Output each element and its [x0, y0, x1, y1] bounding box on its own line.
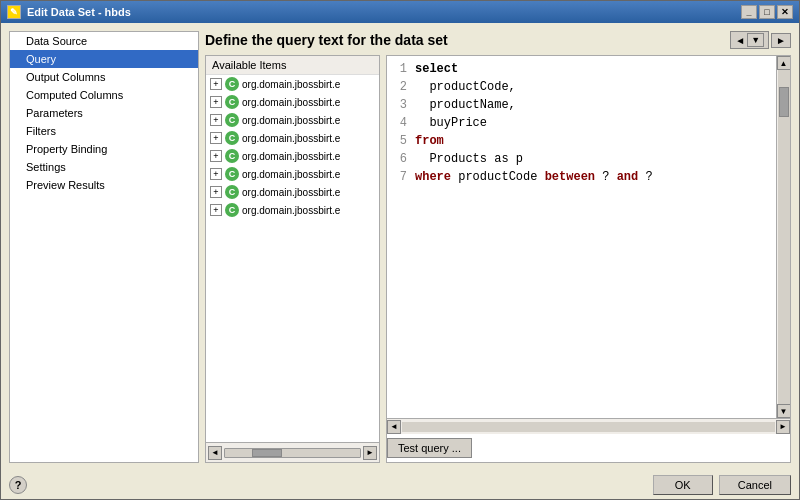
test-query-button[interactable]: Test query ... — [387, 438, 472, 458]
sidebar-item-computed-columns[interactable]: Computed Columns — [10, 86, 198, 104]
line-content: where productCode between ? and ? — [415, 168, 772, 186]
sidebar-item-datasource[interactable]: Data Source — [10, 32, 198, 50]
panel-title: Define the query text for the data set — [205, 32, 448, 48]
scroll-down-button[interactable]: ▼ — [777, 404, 791, 418]
v-scroll-thumb — [779, 87, 789, 117]
tree-item[interactable]: + C org.domain.jbossbirt.e — [206, 183, 379, 201]
tree-item[interactable]: + C org.domain.jbossbirt.e — [206, 75, 379, 93]
nav-back-icon: ◄ — [735, 35, 745, 46]
item-icon: C — [225, 131, 239, 145]
tree-item[interactable]: + C org.domain.jbossbirt.e — [206, 147, 379, 165]
tree-item[interactable]: + C org.domain.jbossbirt.e — [206, 93, 379, 111]
sidebar-item-property-binding[interactable]: Property Binding — [10, 140, 198, 158]
available-items-list[interactable]: + C org.domain.jbossbirt.e + C org.domai… — [206, 75, 379, 442]
query-line-5: 5 from — [391, 132, 772, 150]
close-button[interactable]: ✕ — [777, 5, 793, 19]
help-button[interactable]: ? — [9, 476, 27, 494]
keyword-and: and — [617, 170, 639, 184]
query-line-7: 7 where productCode between ? and ? — [391, 168, 772, 186]
scroll-left-button[interactable]: ◄ — [208, 446, 222, 460]
expand-icon[interactable]: + — [210, 150, 222, 162]
item-label: org.domain.jbossbirt.e — [242, 187, 375, 198]
h-scroll-right-button[interactable]: ► — [776, 420, 790, 434]
line-number: 5 — [391, 132, 407, 150]
query-editor[interactable]: 1 select 2 productCode, 3 productName, — [387, 56, 776, 418]
query-line-4: 4 buyPrice — [391, 114, 772, 132]
titlebar-controls: _ □ ✕ — [741, 5, 793, 19]
sidebar-item-output-columns[interactable]: Output Columns — [10, 68, 198, 86]
test-query-area: Test query ... — [387, 434, 790, 462]
tree-item[interactable]: + C org.domain.jbossbirt.e — [206, 165, 379, 183]
scroll-track[interactable] — [224, 448, 361, 458]
content-area: Available Items + C org.domain.jbossbirt… — [205, 55, 791, 463]
item-label: org.domain.jbossbirt.e — [242, 169, 375, 180]
nav-back-dropdown[interactable]: ▼ — [747, 33, 764, 47]
query-panel: 1 select 2 productCode, 3 productName, — [386, 55, 791, 463]
cancel-button[interactable]: Cancel — [719, 475, 791, 495]
nav-forward-icon: ► — [776, 35, 786, 46]
v-scroll-track[interactable] — [778, 70, 790, 404]
h-scroll-left-button[interactable]: ◄ — [387, 420, 401, 434]
horizontal-scrollbar: ◄ ► — [387, 418, 790, 434]
tree-item[interactable]: + C org.domain.jbossbirt.e — [206, 129, 379, 147]
query-line-2: 2 productCode, — [391, 78, 772, 96]
expand-icon[interactable]: + — [210, 96, 222, 108]
item-icon: C — [225, 167, 239, 181]
expand-icon[interactable]: + — [210, 186, 222, 198]
nav-back-button[interactable]: ◄ ▼ — [730, 31, 769, 49]
scroll-up-button[interactable]: ▲ — [777, 56, 791, 70]
nav-buttons: ◄ ▼ ► — [730, 31, 791, 49]
titlebar-left: ✎ Edit Data Set - hbds — [7, 5, 131, 19]
query-text-product-code: productCode — [458, 170, 544, 184]
available-items-header: Available Items — [206, 56, 379, 75]
query-content-wrapper: 1 select 2 productCode, 3 productName, — [387, 56, 790, 418]
query-line-1: 1 select — [391, 60, 772, 78]
item-icon: C — [225, 113, 239, 127]
item-label: org.domain.jbossbirt.e — [242, 133, 375, 144]
available-items-panel: Available Items + C org.domain.jbossbirt… — [205, 55, 380, 463]
expand-icon[interactable]: + — [210, 132, 222, 144]
line-content: from — [415, 132, 772, 150]
query-text-q2: ? — [645, 170, 652, 184]
expand-icon[interactable]: + — [210, 168, 222, 180]
item-icon: C — [225, 185, 239, 199]
tree-item[interactable]: + C org.domain.jbossbirt.e — [206, 201, 379, 219]
line-number: 1 — [391, 60, 407, 78]
scroll-right-button[interactable]: ► — [363, 446, 377, 460]
keyword-between: between — [545, 170, 595, 184]
item-icon: C — [225, 95, 239, 109]
nav-forward-button[interactable]: ► — [771, 33, 791, 48]
item-label: org.domain.jbossbirt.e — [242, 79, 375, 90]
sidebar-item-filters[interactable]: Filters — [10, 122, 198, 140]
line-number: 7 — [391, 168, 407, 186]
footer-buttons: OK Cancel — [653, 475, 791, 495]
main-content: Data Source Query Output Columns Compute… — [1, 23, 799, 471]
line-content: Products as p — [415, 150, 772, 168]
expand-icon[interactable]: + — [210, 114, 222, 126]
line-content: select — [415, 60, 772, 78]
query-line-3: 3 productName, — [391, 96, 772, 114]
tree-item[interactable]: + C org.domain.jbossbirt.e — [206, 111, 379, 129]
minimize-button[interactable]: _ — [741, 5, 757, 19]
sidebar-item-settings[interactable]: Settings — [10, 158, 198, 176]
item-icon: C — [225, 77, 239, 91]
sidebar: Data Source Query Output Columns Compute… — [9, 31, 199, 463]
line-content: buyPrice — [415, 114, 772, 132]
sidebar-item-query[interactable]: Query — [10, 50, 198, 68]
item-icon: C — [225, 149, 239, 163]
sidebar-item-preview-results[interactable]: Preview Results — [10, 176, 198, 194]
ok-button[interactable]: OK — [653, 475, 713, 495]
item-icon: C — [225, 203, 239, 217]
window-icon: ✎ — [7, 5, 21, 19]
right-panel: Define the query text for the data set ◄… — [205, 31, 791, 463]
keyword-where: where — [415, 170, 451, 184]
h-scroll-track[interactable] — [402, 422, 775, 432]
item-label: org.domain.jbossbirt.e — [242, 115, 375, 126]
panel-header: Define the query text for the data set ◄… — [205, 31, 791, 49]
expand-icon[interactable]: + — [210, 78, 222, 90]
titlebar: ✎ Edit Data Set - hbds _ □ ✕ — [1, 1, 799, 23]
line-content: productName, — [415, 96, 772, 114]
expand-icon[interactable]: + — [210, 204, 222, 216]
sidebar-item-parameters[interactable]: Parameters — [10, 104, 198, 122]
maximize-button[interactable]: □ — [759, 5, 775, 19]
